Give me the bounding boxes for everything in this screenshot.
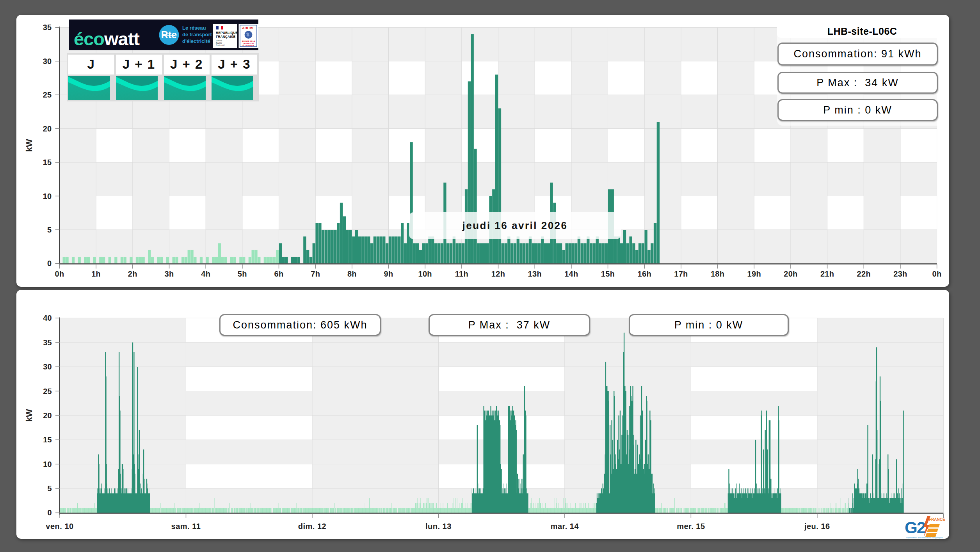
svg-text:écowatt: écowatt [74, 28, 140, 49]
svg-text:5h: 5h [238, 270, 247, 278]
svg-text:Optimisation des ressources én: Optimisation des ressources énergétiques [906, 536, 943, 539]
svg-text:kW: kW [24, 139, 34, 152]
svg-text:0: 0 [48, 508, 52, 517]
svg-text:8h: 8h [347, 270, 357, 278]
svg-text:18h: 18h [711, 270, 724, 278]
svg-text:ADEME: ADEME [242, 26, 255, 30]
svg-text:5: 5 [47, 225, 52, 234]
svg-text:TRANSITION: TRANSITION [243, 43, 254, 44]
svg-text:3h: 3h [165, 270, 174, 278]
svg-text:RÉPUBLIQUE: RÉPUBLIQUE [216, 31, 238, 35]
svg-text:0: 0 [47, 259, 52, 268]
svg-text:13h: 13h [528, 270, 542, 278]
svg-text:lun. 13: lun. 13 [425, 522, 452, 531]
svg-text:22h: 22h [857, 270, 871, 278]
svg-text:30: 30 [43, 57, 52, 66]
svg-text:14h: 14h [564, 270, 578, 278]
svg-text:19h: 19h [747, 270, 761, 278]
svg-text:17h: 17h [674, 270, 688, 278]
svg-text:12h: 12h [491, 270, 505, 278]
svg-text:AGENCE DE LA: AGENCE DE LA [242, 40, 255, 42]
svg-text:2h: 2h [128, 270, 137, 278]
svg-text:16h: 16h [638, 270, 651, 278]
svg-text:mar. 14: mar. 14 [551, 522, 579, 531]
svg-text:FRANCE: FRANCE [929, 517, 945, 522]
svg-text:dim. 12: dim. 12 [298, 522, 326, 531]
svg-text:sam. 11: sam. 11 [171, 522, 201, 531]
svg-text:ÉCOLOGIQUE: ÉCOLOGIQUE [242, 44, 254, 46]
svg-text:jeu. 16: jeu. 16 [804, 522, 830, 531]
svg-text:10: 10 [43, 460, 52, 469]
svg-text:20h: 20h [784, 270, 797, 278]
svg-text:15h: 15h [601, 270, 615, 278]
svg-text:G2: G2 [905, 518, 925, 537]
svg-text:FRANÇAISE: FRANÇAISE [216, 35, 235, 39]
svg-text:25: 25 [43, 387, 52, 396]
svg-text:Fraternité: Fraternité [215, 44, 225, 46]
svg-text:6h: 6h [274, 270, 284, 278]
svg-text:Rte: Rte [161, 29, 176, 40]
svg-text:20: 20 [43, 124, 52, 133]
svg-text:30: 30 [43, 362, 52, 371]
svg-text:kW: kW [24, 409, 34, 422]
svg-text:40: 40 [43, 314, 52, 322]
svg-text:35: 35 [43, 23, 52, 32]
svg-text:20: 20 [43, 411, 52, 420]
svg-text:0h: 0h [55, 270, 64, 278]
svg-text:ven. 10: ven. 10 [46, 522, 73, 531]
svg-text:Égalité: Égalité [215, 41, 222, 44]
svg-text:1h: 1h [91, 270, 101, 278]
svg-text:7h: 7h [311, 270, 320, 278]
svg-text:25: 25 [43, 91, 52, 99]
svg-text:4h: 4h [201, 270, 210, 278]
svg-text:23h: 23h [893, 270, 907, 278]
svg-text:15: 15 [43, 158, 52, 167]
svg-text:9h: 9h [384, 270, 393, 278]
svg-text:21h: 21h [820, 270, 834, 278]
svg-text:mer. 15: mer. 15 [677, 522, 705, 531]
svg-text:35: 35 [43, 338, 52, 347]
svg-text:5: 5 [48, 484, 52, 493]
svg-text:Le réseau: Le réseau [182, 25, 206, 31]
svg-text:de transport: de transport [182, 32, 212, 37]
svg-text:11h: 11h [455, 270, 468, 278]
svg-text:10: 10 [43, 192, 52, 201]
svg-text:15: 15 [43, 435, 52, 444]
svg-text:0h: 0h [932, 270, 942, 278]
svg-text:10h: 10h [418, 270, 432, 278]
svg-text:d'électricité: d'électricité [182, 38, 210, 44]
